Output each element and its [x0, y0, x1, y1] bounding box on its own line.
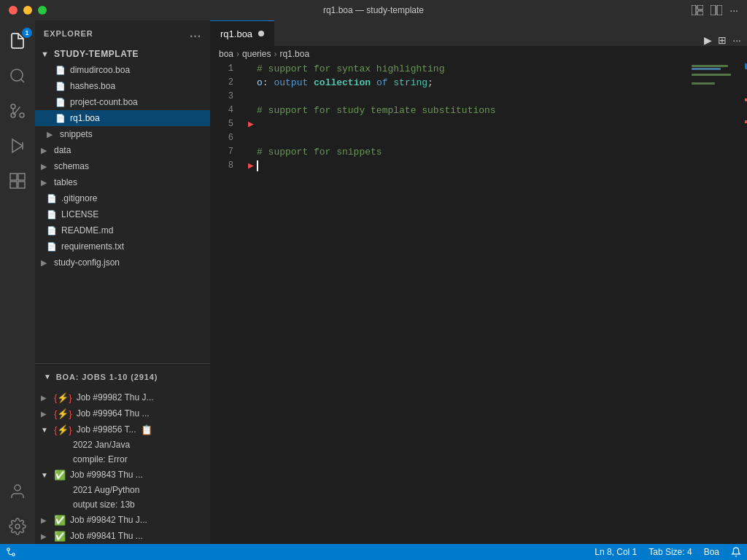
code-line-4: # support for study template substitutio… [248, 104, 689, 117]
branch-icon [6, 547, 16, 557]
breadcrumb: boa › queries › rq1.boa [210, 46, 747, 62]
status-position[interactable]: Ln 8, Col 1 [589, 544, 643, 560]
job-99856[interactable]: ▼ {⚡} Job #99856 T... 📋 [35, 421, 210, 438]
window-title: rq1.boa — study-template [323, 5, 424, 15]
more-icon[interactable]: ··· [729, 4, 738, 16]
editor-more-icon[interactable]: ··· [732, 34, 741, 46]
activity-run[interactable] [0, 128, 35, 163]
activity-files[interactable]: 1 [0, 23, 35, 58]
tab-label: rq1.boa [220, 28, 252, 39]
activity-account[interactable] [0, 474, 35, 509]
run-icon[interactable]: ▶ [704, 34, 712, 46]
code-line-7: # support for snippets [248, 145, 689, 159]
activity-source-control[interactable] [0, 93, 35, 128]
maximize-button[interactable] [38, 6, 47, 15]
code-line-5: ▶ [248, 117, 689, 131]
tree-snippets[interactable]: ▶ snippets [35, 126, 210, 142]
svg-rect-0 [692, 5, 696, 15]
activity-bar: 1 [0, 20, 35, 544]
tree-license[interactable]: 📄 LICENSE [35, 206, 210, 222]
job-99856-sub2: compile: Error [35, 452, 210, 467]
status-branch[interactable] [0, 544, 22, 560]
title-bar: rq1.boa — study-template ··· [0, 0, 747, 20]
explorer-header: EXPLORER ... [35, 20, 210, 46]
job-99842[interactable]: ▶ ✅ Job #99842 Thu J... [35, 512, 210, 528]
sidebar: EXPLORER ... ▼ STUDY-TEMPLATE 📄 dimudirc… [35, 20, 210, 544]
job-99843-sub2: output size: 13b [35, 497, 210, 512]
svg-rect-14 [10, 182, 17, 188]
activity-extensions[interactable] [0, 163, 35, 198]
svg-rect-15 [18, 182, 25, 188]
activity-settings[interactable] [0, 509, 35, 544]
tree-gitignore[interactable]: 📄 .gitignore [35, 190, 210, 206]
tabs-bar: rq1.boa ▶ ⊞ ··· [210, 20, 747, 46]
code-line-3 [248, 90, 689, 104]
svg-line-6 [21, 79, 24, 82]
tree-readme[interactable]: 📄 README.md [35, 222, 210, 238]
boa-section: ▼ BOA: JOBS 1-10 (2914) ▶ {⚡} Job #99982… [35, 363, 210, 544]
code-content[interactable]: # support for syntax highlighting o: out… [239, 62, 689, 544]
minimize-button[interactable] [23, 6, 32, 15]
status-right: Ln 8, Col 1 Tab Size: 4 Boa [589, 544, 747, 560]
svg-point-16 [15, 485, 20, 491]
tree-rq1[interactable]: 📄 rq1.boa [35, 110, 210, 126]
job-99856-sub1: 2022 Jan/Java [35, 438, 210, 452]
svg-marker-10 [12, 139, 23, 152]
tree-requirements[interactable]: 📄 requirements.txt [35, 238, 210, 254]
title-bar-icons: ··· [692, 4, 738, 16]
tab-modified-dot [258, 31, 264, 36]
file-tree: ▼ STUDY-TEMPLATE 📄 dimudircoo.boa 📄 hash… [35, 46, 210, 363]
job-99964[interactable]: ▶ {⚡} Job #99964 Thu ... [35, 405, 210, 421]
tab-rq1[interactable]: rq1.boa [210, 20, 274, 46]
boa-header[interactable]: ▼ BOA: JOBS 1-10 (2914) [35, 364, 210, 389]
status-left [0, 544, 22, 560]
tree-project-count[interactable]: 📄 project-count.boa [35, 94, 210, 110]
job-99982[interactable]: ▶ {⚡} Job #99982 Thu J... [35, 389, 210, 405]
tree-tables[interactable]: ▶ tables [35, 174, 210, 190]
red-arrow-5: ▶ [248, 117, 254, 131]
svg-rect-13 [18, 174, 25, 180]
layout-icon[interactable] [692, 5, 703, 15]
tree-data[interactable]: ▶ data [35, 142, 210, 158]
job-99843[interactable]: ▼ ✅ Job #99843 Thu ... [35, 467, 210, 483]
close-button[interactable] [9, 6, 18, 15]
svg-rect-2 [697, 11, 703, 15]
explorer-menu[interactable]: ... [190, 27, 201, 40]
tree-dimudircoo[interactable]: 📄 dimudircoo.boa [35, 62, 210, 78]
svg-rect-12 [10, 174, 17, 180]
minimap [689, 62, 747, 544]
job-99843-sub1: 2021 Aug/Python [35, 483, 210, 497]
tab-right-icons: ▶ ⊞ ··· [704, 34, 747, 46]
status-notifications[interactable] [725, 544, 747, 560]
job-99841[interactable]: ▶ ✅ Job #99841 Thu ... [35, 528, 210, 544]
code-line-1: # support for syntax highlighting [248, 62, 689, 76]
code-line-6 [248, 131, 689, 145]
files-badge: 1 [22, 28, 32, 38]
status-language[interactable]: Boa [698, 544, 725, 560]
svg-point-8 [11, 104, 15, 109]
boa-jobs-list: ▶ {⚡} Job #99982 Thu J... ▶ {⚡} Job #999… [35, 389, 210, 544]
code-line-2: o: output collection of string; [248, 76, 689, 90]
tree-study-config[interactable]: ▶ study-config.json [35, 254, 210, 271]
traffic-lights [9, 6, 47, 15]
svg-point-19 [7, 548, 10, 551]
svg-point-18 [12, 553, 15, 556]
svg-rect-1 [697, 5, 703, 9]
activity-search[interactable] [0, 58, 35, 93]
svg-point-7 [20, 113, 24, 117]
bell-icon [731, 547, 741, 557]
tree-schemas[interactable]: ▶ schemas [35, 158, 210, 174]
svg-rect-4 [717, 5, 722, 15]
code-editor[interactable]: 1 2 3 4 5 6 7 8 # support for syntax hig… [210, 62, 747, 544]
red-arrow-8: ▶ [248, 159, 254, 173]
tree-hashes[interactable]: 📄 hashes.boa [35, 78, 210, 94]
split-icon[interactable] [711, 5, 722, 15]
svg-point-17 [15, 524, 20, 529]
study-template-folder[interactable]: ▼ STUDY-TEMPLATE [35, 46, 210, 62]
split-editor-icon[interactable]: ⊞ [718, 34, 727, 46]
svg-rect-3 [711, 5, 716, 15]
status-bar: Ln 8, Col 1 Tab Size: 4 Boa [0, 544, 747, 560]
svg-point-5 [11, 69, 23, 81]
code-line-8: ▶ [248, 159, 689, 173]
status-tab-size[interactable]: Tab Size: 4 [643, 544, 697, 560]
